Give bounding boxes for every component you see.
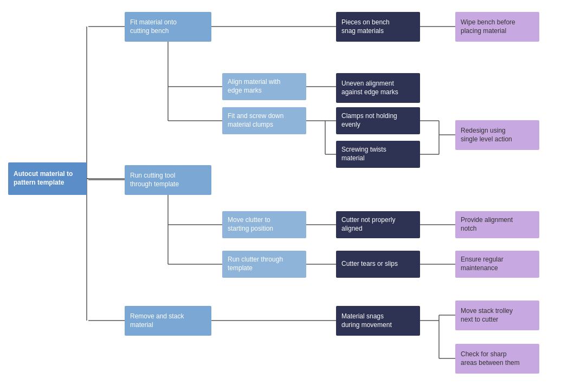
p3-label: Clamps not holding evenly [341,112,397,129]
l1-1-label: Fit material onto cutting bench [130,18,177,35]
connector-lines [0,0,568,392]
s4-label: Ensure regular maintenance [461,256,504,272]
l1-node-1: Fit material onto cutting bench [125,12,211,42]
p5-label: Cutter not properly aligned [341,216,395,233]
s1-label: Wipe bench before placing material [461,18,515,35]
l2-node-4: Run clutter through template [222,251,306,278]
l2-node-3: Move clutter to starting position [222,211,306,238]
s3-label: Provide alignment notch [461,216,513,233]
problem-node-7: Material snags during movement [336,306,420,336]
problem-node-5: Cutter not properly aligned [336,211,420,238]
problem-node-6: Cutter tears or slips [336,251,420,278]
l2-4-label: Run clutter through template [228,256,283,272]
p2-label: Uneven alignment against edge marks [341,80,398,96]
l1-node-3: Remove and stack material [125,306,211,336]
s2-label: Redesign using single level action [461,127,512,143]
solution-node-5: Move stack trolley next to cutter [455,300,539,330]
p1-label: Pieces on bench snag materials [341,18,390,35]
l1-2-label: Run cutting tool through template [130,172,179,188]
l1-3-label: Remove and stack material [130,312,184,329]
p7-label: Material snags during movement [341,312,392,329]
diagram-container: Autocut material to pattern template Fit… [0,0,568,392]
problem-node-4: Screwing twists material [336,141,420,168]
solution-node-6: Check for sharp areas between them [455,344,539,374]
p6-label: Cutter tears or slips [341,260,398,269]
s5-label: Move stack trolley next to cutter [461,307,513,324]
solution-node-4: Ensure regular maintenance [455,251,539,278]
problem-node-3: Clamps not holding evenly [336,107,420,134]
l2-3-label: Move clutter to starting position [228,216,273,233]
root-label: Autocut material to pattern template [14,170,73,187]
problem-node-2: Uneven alignment against edge marks [336,73,420,103]
l2-2-label: Fit and screw down material clumps [228,112,283,129]
l2-node-1: Align material with edge marks [222,73,306,100]
s6-label: Check for sharp areas between them [461,350,520,367]
solution-node-2: Redesign using single level action [455,120,539,150]
l1-node-2: Run cutting tool through template [125,165,211,195]
p4-label: Screwing twists material [341,146,386,162]
l2-1-label: Align material with edge marks [228,78,280,95]
solution-node-3: Provide alignment notch [455,211,539,238]
problem-node-1: Pieces on bench snag materials [336,12,420,42]
root-node: Autocut material to pattern template [8,162,87,195]
l2-node-2: Fit and screw down material clumps [222,107,306,134]
solution-node-1: Wipe bench before placing material [455,12,539,42]
